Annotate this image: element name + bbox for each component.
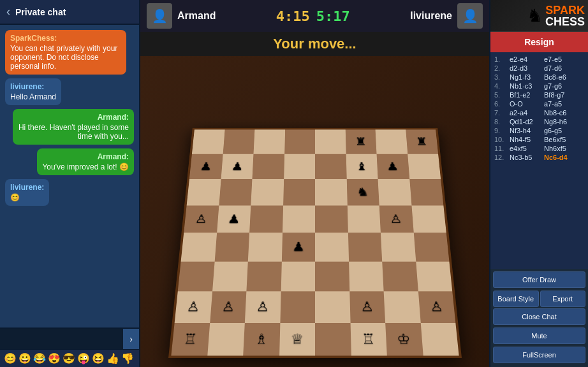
chat-back-button[interactable]: ‹	[6, 5, 10, 18]
board-cell[interactable]	[315, 261, 349, 291]
board-cell[interactable]: ♙	[349, 291, 385, 322]
export-button[interactable]: Export	[540, 291, 586, 307]
board-cell[interactable]	[282, 205, 314, 233]
board-cell[interactable]	[383, 291, 420, 322]
board-style-button[interactable]: Board Style	[493, 291, 539, 307]
board-cell[interactable]: ♟	[221, 154, 253, 179]
move-row: 4.Nb1-c3g7-g6	[493, 82, 585, 90]
board-cell[interactable]	[348, 233, 382, 261]
board-cell[interactable]	[177, 261, 214, 291]
board-cell[interactable]	[279, 291, 314, 322]
board-cell[interactable]	[191, 129, 224, 154]
board-cell[interactable]	[218, 179, 251, 205]
board-cell[interactable]: ♟	[216, 205, 251, 233]
board-cell[interactable]	[281, 261, 315, 291]
board-cell[interactable]: ♙	[184, 205, 219, 233]
emoji-button[interactable]: 😆	[92, 352, 105, 364]
close-chat-button[interactable]: Close Chat	[493, 308, 585, 325]
board-grid[interactable]: ♜♜♟♟♝♟♞♙♟♙♟♙♙♙♙♙♖♗♕♖♔	[168, 128, 462, 358]
board-cell[interactable]: ♜	[345, 129, 376, 154]
board-cell[interactable]	[315, 179, 347, 205]
board-cell[interactable]	[407, 154, 440, 179]
board-cell[interactable]: ♖	[350, 323, 387, 356]
board-cell[interactable]: ♖	[171, 323, 209, 356]
board-cell[interactable]: ♙	[379, 205, 413, 233]
board-cell[interactable]	[253, 129, 284, 154]
board-cell[interactable]: ♙	[418, 291, 455, 322]
board-cell[interactable]	[347, 205, 381, 233]
move-row: 1.e2-e4e7-e5	[493, 55, 585, 64]
fullscreen-button[interactable]: FullScreen	[493, 347, 585, 363]
emoji-button[interactable]: 😍	[48, 352, 61, 364]
chess-board-container: ♜♜♟♟♝♟♞♙♟♙♟♙♙♙♙♙♖♗♕♖♔	[140, 56, 489, 367]
board-cell[interactable]	[378, 179, 411, 205]
emoji-button[interactable]: 👎	[121, 352, 134, 364]
white-player-name: Armand	[177, 10, 216, 22]
emoji-button[interactable]: 👍	[107, 352, 119, 364]
emoji-button[interactable]: 😊	[4, 352, 17, 364]
player-white: 👤 Armand	[147, 3, 216, 29]
move-black: e7-e5	[544, 55, 576, 63]
chat-send-button[interactable]: ›	[123, 329, 139, 349]
offer-draw-button[interactable]: Offer Draw	[493, 271, 585, 288]
board-cell[interactable]: ♜	[405, 129, 437, 154]
board-cell[interactable]	[315, 233, 349, 261]
board-cell[interactable]	[207, 323, 244, 356]
board-cell[interactable]	[315, 129, 346, 154]
board-cell[interactable]	[409, 179, 443, 205]
board-cell[interactable]	[315, 323, 351, 356]
board-cell[interactable]	[283, 154, 314, 179]
board-cell[interactable]: ♙	[244, 291, 280, 322]
board-cell[interactable]	[411, 205, 446, 233]
board-cell[interactable]: ♔	[385, 323, 423, 356]
emoji-button[interactable]: 😎	[62, 352, 75, 364]
move-row: 6.O-Oa7-a5	[493, 99, 585, 108]
board-cell[interactable]: ♟	[189, 154, 222, 179]
move-number: 1.	[494, 55, 507, 63]
board-cell[interactable]	[212, 261, 247, 291]
board-cell[interactable]	[214, 233, 249, 261]
board-cell[interactable]	[247, 233, 282, 261]
board-cell[interactable]: ♞	[346, 179, 379, 205]
knight-logo-icon: ♞	[527, 5, 543, 26]
resign-button[interactable]: Resign	[490, 32, 588, 52]
board-cell[interactable]: ♝	[346, 154, 378, 179]
board-cell[interactable]	[315, 154, 346, 179]
board-cell[interactable]	[283, 179, 314, 205]
board-cell[interactable]	[249, 205, 283, 233]
move-number: 2.	[494, 64, 507, 72]
board-cell[interactable]: ♗	[243, 323, 280, 356]
emoji-button[interactable]: 😜	[77, 352, 90, 364]
mute-button[interactable]: Mute	[493, 327, 585, 344]
board-cell[interactable]	[180, 233, 216, 261]
board-cell[interactable]	[415, 261, 452, 291]
board-cell[interactable]: ♕	[279, 323, 314, 356]
board-cell[interactable]	[348, 261, 383, 291]
board-cell[interactable]	[380, 233, 415, 261]
board-cell[interactable]	[420, 323, 459, 356]
board-cell[interactable]	[186, 179, 221, 205]
chat-input[interactable]	[0, 329, 123, 349]
board-cell[interactable]: ♙	[209, 291, 246, 322]
board-cell[interactable]	[246, 261, 281, 291]
board-cell[interactable]	[375, 129, 407, 154]
move-number: 4.	[494, 82, 507, 90]
move-white: Ng1-f3	[510, 73, 541, 81]
board-cell[interactable]	[382, 261, 418, 291]
board-cell[interactable]	[223, 129, 254, 154]
white-avatar: 👤	[147, 3, 172, 29]
player-black: 👤 liviurene	[410, 3, 483, 29]
board-cell[interactable]: ♙	[174, 291, 212, 322]
board-cell[interactable]	[315, 291, 350, 322]
board-cell[interactable]	[284, 129, 314, 154]
board-cell[interactable]	[315, 205, 348, 233]
chess-board[interactable]: ♜♜♟♟♝♟♞♙♟♙♟♙♙♙♙♙♖♗♕♖♔	[168, 128, 462, 358]
board-cell[interactable]	[252, 154, 284, 179]
emoji-button[interactable]: 😀	[18, 352, 31, 364]
board-cell[interactable]	[413, 233, 449, 261]
board-cell[interactable]: ♟	[281, 233, 315, 261]
move-black: g6-g5	[544, 127, 576, 134]
board-cell[interactable]: ♟	[376, 154, 409, 179]
emoji-button[interactable]: 😂	[33, 352, 46, 364]
board-cell[interactable]	[251, 179, 283, 205]
